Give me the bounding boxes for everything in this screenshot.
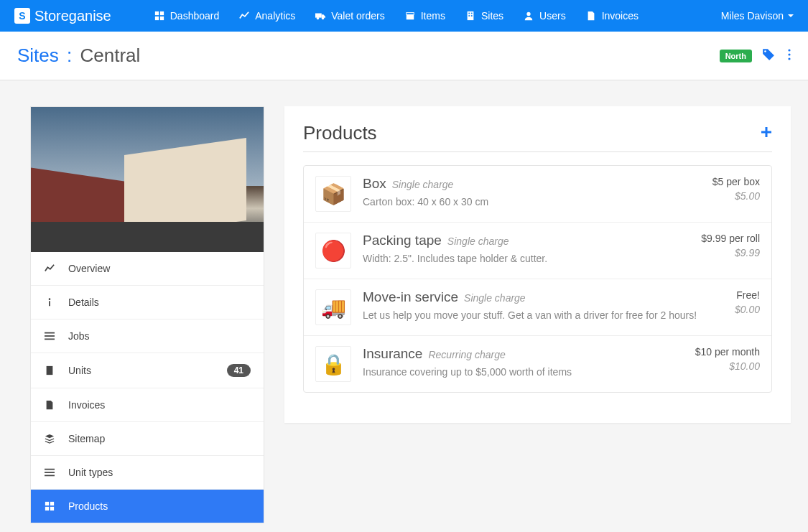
sidebar-item-label: Invoices [68, 399, 105, 411]
sidebar-item-units[interactable]: Units 41 [31, 353, 264, 388]
tag-icon[interactable] [762, 48, 775, 64]
svg-rect-13 [471, 15, 473, 17]
product-name: Box [363, 176, 386, 192]
svg-rect-11 [471, 13, 473, 14]
product-row[interactable]: 📦 Box Single charge Carton box: 40 x 60 … [304, 166, 771, 223]
file-icon [586, 11, 596, 21]
product-list: 📦 Box Single charge Carton box: 40 x 60 … [303, 165, 772, 393]
nav-analytics[interactable]: Analytics [239, 10, 295, 22]
sidebar-item-unit-types[interactable]: Unit types [31, 455, 264, 489]
product-name: Move-in service [363, 289, 458, 305]
panel-header: Products [303, 122, 772, 152]
site-image [31, 107, 264, 252]
sidebar-item-label: Jobs [68, 330, 90, 342]
breadcrumb: Sites : Central [17, 45, 720, 67]
building-icon [44, 365, 55, 375]
top-nav: S Storeganise Dashboard Analytics Valet … [0, 0, 808, 32]
sidebar-item-products[interactable]: Products [31, 489, 264, 523]
product-info: Move-in service Single charge Let us hel… [363, 289, 723, 325]
product-thumbnail: 🔒 [315, 346, 351, 382]
info-icon [44, 297, 55, 307]
breadcrumb-current: Central [80, 45, 141, 66]
sidebar-item-jobs[interactable]: Jobs [31, 319, 264, 353]
price-label: $10 per month [695, 346, 760, 358]
svg-point-17 [788, 53, 790, 55]
sidebar: Overview Details Jobs Units 41 Invoices [30, 106, 264, 523]
grid-icon [44, 501, 55, 511]
sidebar-item-label: Sitemap [68, 433, 105, 444]
svg-rect-28 [45, 502, 49, 505]
product-charge-type: Single charge [447, 235, 509, 247]
price-label: Free! [735, 289, 760, 301]
svg-point-15 [764, 50, 766, 52]
sidebar-item-label: Units [68, 365, 91, 376]
user-icon [524, 11, 534, 21]
product-charge-type: Single charge [392, 179, 454, 190]
nav-label: Invoices [602, 10, 638, 22]
nav-valet-orders[interactable]: Valet orders [315, 10, 384, 22]
svg-rect-8 [406, 13, 414, 15]
svg-rect-27 [45, 475, 55, 477]
svg-rect-31 [50, 507, 54, 510]
breadcrumb-root[interactable]: Sites [17, 45, 59, 66]
sidebar-list: Overview Details Jobs Units 41 Invoices [31, 252, 264, 523]
breadcrumb-sep: : [67, 45, 72, 66]
svg-rect-33 [761, 131, 771, 134]
price-amount: $10.00 [695, 360, 760, 372]
layers-icon [44, 434, 55, 444]
add-product-button[interactable] [761, 125, 772, 141]
nav-users[interactable]: Users [524, 10, 566, 22]
product-row[interactable]: 🔒 Insurance Recurring charge Insurance c… [304, 336, 771, 392]
product-row[interactable]: 🔴 Packing tape Single charge Width: 2.5"… [304, 223, 771, 279]
product-row[interactable]: 🚚 Move-in service Single charge Let us h… [304, 279, 771, 336]
product-thumbnail: 📦 [315, 176, 351, 212]
price-label: $5 per box [712, 176, 760, 187]
svg-rect-23 [45, 339, 55, 340]
sidebar-item-label: Products [68, 500, 108, 512]
svg-rect-22 [45, 335, 55, 337]
truck-icon [315, 11, 325, 21]
brand-icon: S [14, 8, 30, 24]
sidebar-item-details[interactable]: Details [31, 285, 264, 319]
svg-rect-26 [45, 472, 55, 473]
svg-rect-29 [50, 502, 54, 505]
price-label: $9.99 per roll [701, 233, 760, 244]
svg-point-19 [49, 298, 51, 300]
sidebar-item-invoices[interactable]: Invoices [31, 388, 264, 421]
chevron-down-icon [788, 14, 794, 17]
nav-invoices[interactable]: Invoices [586, 10, 638, 22]
nav-links: Dashboard Analytics Valet orders Items S… [154, 10, 721, 22]
nav-label: Analytics [255, 10, 295, 22]
product-thumbnail: 🚚 [315, 289, 351, 325]
price-amount: $0.00 [735, 304, 760, 315]
svg-rect-4 [315, 14, 322, 18]
product-price: Free! $0.00 [735, 289, 760, 325]
nav-sites[interactable]: Sites [465, 10, 503, 22]
sidebar-item-label: Unit types [68, 467, 113, 478]
user-menu[interactable]: Miles Davison [721, 10, 794, 22]
product-price: $10 per month $10.00 [695, 346, 760, 382]
dashboard-icon [154, 11, 164, 21]
product-info: Insurance Recurring charge Insurance cov… [363, 346, 684, 382]
product-price: $9.99 per roll $9.99 [701, 233, 760, 269]
nav-items[interactable]: Items [405, 10, 445, 22]
svg-rect-9 [468, 11, 474, 20]
brand-name: Storeganise [34, 8, 111, 24]
nav-dashboard[interactable]: Dashboard [154, 10, 220, 22]
brand-logo[interactable]: S Storeganise [14, 8, 111, 24]
svg-point-18 [788, 57, 790, 60]
sidebar-item-sitemap[interactable]: Sitemap [31, 421, 264, 455]
product-thumbnail: 🔴 [315, 233, 351, 269]
svg-rect-25 [45, 469, 55, 470]
chart-icon [239, 11, 249, 21]
nav-label: Valet orders [331, 10, 384, 22]
nav-label: Sites [481, 10, 503, 22]
svg-point-14 [526, 12, 530, 16]
product-description: Let us help you move your stuff. Get a v… [363, 309, 723, 321]
nav-label: Users [539, 10, 566, 22]
units-count-badge: 41 [227, 364, 251, 377]
sidebar-item-overview[interactable]: Overview [31, 252, 264, 285]
more-actions-icon[interactable] [788, 49, 791, 63]
price-amount: $5.00 [712, 190, 760, 202]
svg-rect-0 [155, 11, 159, 15]
